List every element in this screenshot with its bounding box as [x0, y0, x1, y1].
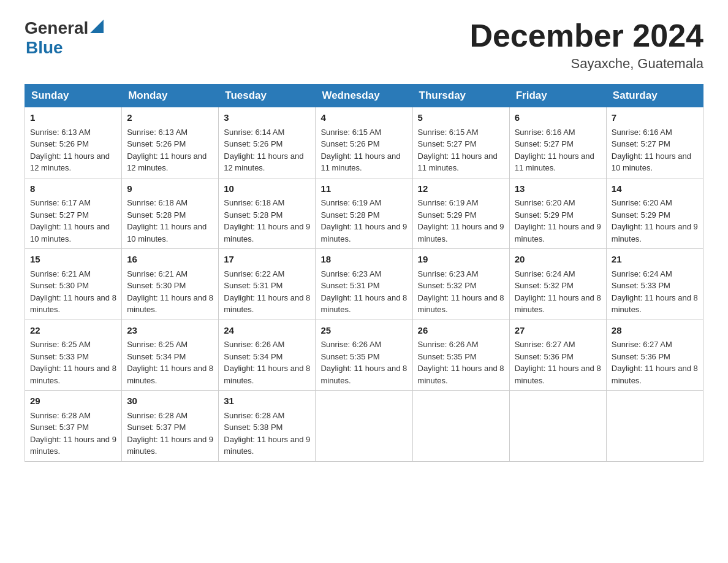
- day-info: Sunrise: 6:26 AMSunset: 5:35 PMDaylight:…: [418, 340, 504, 385]
- day-info: Sunrise: 6:13 AMSunset: 5:26 PMDaylight:…: [30, 128, 110, 173]
- day-info: Sunrise: 6:26 AMSunset: 5:34 PMDaylight:…: [224, 340, 310, 385]
- day-info: Sunrise: 6:28 AMSunset: 5:37 PMDaylight:…: [30, 411, 116, 456]
- day-number: 8: [30, 182, 116, 196]
- day-number: 4: [320, 111, 407, 125]
- table-row: 11Sunrise: 6:19 AMSunset: 5:28 PMDayligh…: [316, 178, 412, 249]
- table-row: 12Sunrise: 6:19 AMSunset: 5:29 PMDayligh…: [412, 178, 509, 249]
- table-row: 23Sunrise: 6:25 AMSunset: 5:34 PMDayligh…: [122, 320, 219, 391]
- table-row: 14Sunrise: 6:20 AMSunset: 5:29 PMDayligh…: [606, 178, 703, 249]
- day-info: Sunrise: 6:19 AMSunset: 5:29 PMDaylight:…: [418, 198, 504, 243]
- logo: General Blue: [25, 18, 104, 58]
- day-number: 12: [418, 182, 504, 196]
- day-info: Sunrise: 6:16 AMSunset: 5:27 PMDaylight:…: [515, 128, 594, 173]
- day-info: Sunrise: 6:19 AMSunset: 5:28 PMDaylight:…: [320, 198, 407, 243]
- table-row: 8Sunrise: 6:17 AMSunset: 5:27 PMDaylight…: [25, 178, 122, 249]
- day-number: 22: [30, 324, 116, 338]
- table-row: 29Sunrise: 6:28 AMSunset: 5:37 PMDayligh…: [25, 391, 122, 462]
- day-number: 21: [612, 253, 698, 267]
- day-number: 20: [515, 253, 601, 267]
- table-row: 3Sunrise: 6:14 AMSunset: 5:26 PMDaylight…: [219, 107, 316, 178]
- day-number: 31: [224, 394, 310, 408]
- table-row: 26Sunrise: 6:26 AMSunset: 5:35 PMDayligh…: [412, 320, 509, 391]
- day-number: 1: [30, 111, 116, 125]
- day-info: Sunrise: 6:22 AMSunset: 5:31 PMDaylight:…: [224, 269, 310, 315]
- table-row: 17Sunrise: 6:22 AMSunset: 5:31 PMDayligh…: [219, 249, 316, 320]
- table-row: 5Sunrise: 6:15 AMSunset: 5:27 PMDaylight…: [412, 107, 509, 178]
- month-title: December 2024: [469, 18, 703, 53]
- day-number: 17: [224, 253, 310, 267]
- header-wednesday: Wednesday: [316, 85, 412, 107]
- day-info: Sunrise: 6:24 AMSunset: 5:33 PMDaylight:…: [612, 269, 698, 315]
- day-number: 28: [612, 324, 698, 338]
- day-number: 19: [418, 253, 504, 267]
- table-row: 6Sunrise: 6:16 AMSunset: 5:27 PMDaylight…: [509, 107, 606, 178]
- day-info: Sunrise: 6:27 AMSunset: 5:36 PMDaylight:…: [612, 340, 698, 385]
- day-info: Sunrise: 6:16 AMSunset: 5:27 PMDaylight:…: [612, 128, 691, 173]
- table-row: 24Sunrise: 6:26 AMSunset: 5:34 PMDayligh…: [219, 320, 316, 391]
- day-info: Sunrise: 6:17 AMSunset: 5:27 PMDaylight:…: [30, 198, 110, 243]
- day-number: 26: [418, 324, 504, 338]
- day-info: Sunrise: 6:15 AMSunset: 5:26 PMDaylight:…: [320, 128, 400, 173]
- day-info: Sunrise: 6:20 AMSunset: 5:29 PMDaylight:…: [612, 198, 698, 243]
- day-number: 16: [127, 253, 213, 267]
- table-row: 9Sunrise: 6:18 AMSunset: 5:28 PMDaylight…: [122, 178, 219, 249]
- day-number: 13: [515, 182, 601, 196]
- table-row: [606, 391, 703, 462]
- day-number: 10: [224, 182, 310, 196]
- table-row: [509, 391, 606, 462]
- table-row: 2Sunrise: 6:13 AMSunset: 5:26 PMDaylight…: [122, 107, 219, 178]
- table-row: 18Sunrise: 6:23 AMSunset: 5:31 PMDayligh…: [316, 249, 412, 320]
- calendar-week-row: 22Sunrise: 6:25 AMSunset: 5:33 PMDayligh…: [25, 320, 703, 391]
- header-sunday: Sunday: [25, 85, 122, 107]
- header-tuesday: Tuesday: [219, 85, 316, 107]
- day-info: Sunrise: 6:18 AMSunset: 5:28 PMDaylight:…: [127, 198, 207, 243]
- day-info: Sunrise: 6:23 AMSunset: 5:32 PMDaylight:…: [418, 269, 504, 315]
- day-info: Sunrise: 6:25 AMSunset: 5:34 PMDaylight:…: [127, 340, 213, 385]
- day-info: Sunrise: 6:20 AMSunset: 5:29 PMDaylight:…: [515, 198, 601, 243]
- day-number: 14: [612, 182, 698, 196]
- table-row: 4Sunrise: 6:15 AMSunset: 5:26 PMDaylight…: [316, 107, 412, 178]
- table-row: 22Sunrise: 6:25 AMSunset: 5:33 PMDayligh…: [25, 320, 122, 391]
- table-row: 21Sunrise: 6:24 AMSunset: 5:33 PMDayligh…: [606, 249, 703, 320]
- calendar-table: Sunday Monday Tuesday Wednesday Thursday…: [25, 84, 703, 462]
- table-row: 25Sunrise: 6:26 AMSunset: 5:35 PMDayligh…: [316, 320, 412, 391]
- day-number: 7: [612, 111, 698, 125]
- header-saturday: Saturday: [606, 85, 703, 107]
- calendar-week-row: 1Sunrise: 6:13 AMSunset: 5:26 PMDaylight…: [25, 107, 703, 178]
- table-row: 1Sunrise: 6:13 AMSunset: 5:26 PMDaylight…: [25, 107, 122, 178]
- logo-blue: Blue: [26, 38, 63, 57]
- table-row: 19Sunrise: 6:23 AMSunset: 5:32 PMDayligh…: [412, 249, 509, 320]
- day-number: 2: [127, 111, 213, 125]
- table-row: 7Sunrise: 6:16 AMSunset: 5:27 PMDaylight…: [606, 107, 703, 178]
- table-row: [316, 391, 412, 462]
- day-info: Sunrise: 6:21 AMSunset: 5:30 PMDaylight:…: [127, 269, 213, 315]
- header-friday: Friday: [509, 85, 606, 107]
- day-number: 24: [224, 324, 310, 338]
- calendar-week-row: 8Sunrise: 6:17 AMSunset: 5:27 PMDaylight…: [25, 178, 703, 249]
- page-header: General Blue December 2024 Sayaxche, Gua…: [25, 18, 703, 72]
- header-thursday: Thursday: [412, 85, 509, 107]
- day-info: Sunrise: 6:27 AMSunset: 5:36 PMDaylight:…: [515, 340, 601, 385]
- day-number: 29: [30, 394, 116, 408]
- calendar-week-row: 29Sunrise: 6:28 AMSunset: 5:37 PMDayligh…: [25, 391, 703, 462]
- table-row: 31Sunrise: 6:28 AMSunset: 5:38 PMDayligh…: [219, 391, 316, 462]
- location-title: Sayaxche, Guatemala: [469, 56, 703, 72]
- day-number: 25: [320, 324, 407, 338]
- table-row: 15Sunrise: 6:21 AMSunset: 5:30 PMDayligh…: [25, 249, 122, 320]
- day-number: 15: [30, 253, 116, 267]
- day-info: Sunrise: 6:13 AMSunset: 5:26 PMDaylight:…: [127, 128, 207, 173]
- day-info: Sunrise: 6:14 AMSunset: 5:26 PMDaylight:…: [224, 128, 303, 173]
- day-number: 18: [320, 253, 407, 267]
- logo-triangle-icon: [90, 20, 104, 33]
- weekday-header-row: Sunday Monday Tuesday Wednesday Thursday…: [25, 85, 703, 107]
- day-info: Sunrise: 6:18 AMSunset: 5:28 PMDaylight:…: [224, 198, 310, 243]
- day-number: 3: [224, 111, 310, 125]
- table-row: 16Sunrise: 6:21 AMSunset: 5:30 PMDayligh…: [122, 249, 219, 320]
- svg-marker-0: [90, 20, 104, 33]
- day-number: 23: [127, 324, 213, 338]
- day-number: 5: [418, 111, 504, 125]
- day-info: Sunrise: 6:26 AMSunset: 5:35 PMDaylight:…: [320, 340, 407, 385]
- table-row: 27Sunrise: 6:27 AMSunset: 5:36 PMDayligh…: [509, 320, 606, 391]
- table-row: 30Sunrise: 6:28 AMSunset: 5:37 PMDayligh…: [122, 391, 219, 462]
- header-monday: Monday: [122, 85, 219, 107]
